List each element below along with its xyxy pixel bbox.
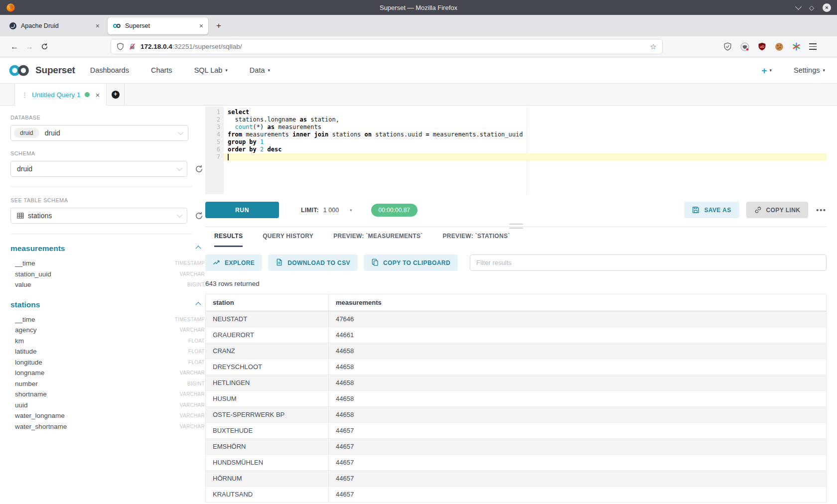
table-select[interactable]: stations (10, 208, 187, 224)
url-text[interactable]: 172.18.0.4:32251/superset/sqllab/ (140, 43, 242, 50)
chevron-up-icon[interactable] (195, 246, 201, 251)
superset-brand[interactable]: Superset (8, 64, 75, 77)
column-header-measurements[interactable]: measurements (329, 294, 826, 311)
superset-logo-icon (8, 64, 31, 77)
back-button[interactable]: ← (7, 39, 22, 54)
cookie-extension-icon[interactable] (775, 42, 784, 51)
cell-station: HUNDSMÜHLEN (206, 455, 329, 470)
forward-button[interactable]: → (22, 39, 37, 54)
nav-item-dashboards[interactable]: Dashboards (90, 66, 129, 74)
code-line[interactable]: group by 1 (224, 138, 827, 146)
filter-results-input[interactable] (470, 254, 827, 271)
explore-button[interactable]: EXPLORE (205, 254, 262, 271)
refresh-schema-button[interactable] (193, 163, 204, 174)
menu-hamburger-icon[interactable] (809, 43, 817, 49)
code-line[interactable]: count(*) as measurements (224, 124, 827, 131)
nav-item-label: Data (250, 66, 265, 74)
window-titlebar: Superset — Mozilla Firefox ◇ × (0, 0, 837, 15)
browser-tab-label: Superset (125, 22, 150, 29)
result-actions: EXPLOREDOWNLOAD TO CSVCOPY TO CLIPBOARD (205, 254, 827, 271)
editor-gutter: 1234567 (205, 107, 224, 194)
schema-section-header-measurements[interactable]: measurements (10, 244, 204, 253)
result-tab-preview-measurements[interactable]: PREVIEW: `MEASUREMENTS` (333, 233, 422, 247)
column-type: VARCHAR (180, 391, 205, 397)
pane-splitter[interactable] (205, 227, 827, 227)
url-bar[interactable]: 172.18.0.4:32251/superset/sqllab/ ☆ (111, 39, 663, 54)
result-tab-query-history[interactable]: QUERY HISTORY (263, 233, 313, 247)
column-type: FLOAT (188, 349, 205, 354)
browser-tab-superset[interactable]: Superset × (108, 17, 208, 34)
reload-button[interactable] (37, 39, 52, 54)
insecure-lock-icon[interactable] (129, 43, 136, 50)
column-name: water_shortname (15, 423, 67, 430)
splitter-drag-handle-icon[interactable] (509, 224, 523, 229)
more-options-icon[interactable]: ••• (816, 206, 827, 214)
table-row: HETLINGEN44658 (206, 375, 826, 391)
nav-item-data[interactable]: Data▾ (250, 66, 270, 74)
editor-code[interactable]: select stations.longname as station, cou… (224, 109, 827, 161)
schema-column-row: agencyVARCHAR (10, 325, 208, 336)
sql-token (264, 146, 267, 153)
nav-item-charts[interactable]: Charts (151, 66, 172, 74)
copy-link-button[interactable]: COPY LINK (746, 202, 809, 218)
new-item-button[interactable]: + ▾ (761, 66, 772, 75)
superset-header: Superset DashboardsChartsSQL Lab▾Data▾ +… (0, 57, 837, 83)
column-type: VARCHAR (180, 402, 205, 408)
result-tab-results[interactable]: RESULTS (214, 233, 243, 247)
window-close-icon[interactable]: × (823, 3, 831, 12)
maximize-icon[interactable]: ◇ (809, 4, 814, 11)
query-tab-label: Untitled Query 1 (32, 91, 81, 99)
tab-close-icon[interactable]: × (96, 22, 100, 30)
add-query-tab-button[interactable]: + (107, 84, 125, 105)
gutter-line-number: 1 (205, 109, 220, 116)
drag-handle-icon[interactable]: ⋮ (21, 91, 28, 99)
new-tab-button[interactable]: + (211, 18, 226, 33)
code-line[interactable]: from measurements inner join stations on… (224, 131, 827, 138)
mask-extension-icon[interactable] (740, 42, 749, 51)
nav-item-label: Charts (151, 66, 172, 74)
run-button[interactable]: RUN (205, 202, 279, 218)
chevron-up-icon[interactable] (195, 302, 201, 307)
cell-measurements: 44658 (329, 343, 826, 359)
sql-token: measurements (242, 131, 292, 138)
refresh-table-button[interactable] (193, 210, 204, 221)
code-line[interactable]: order by 2 desc (224, 146, 827, 153)
tracking-shield-icon[interactable] (117, 43, 124, 50)
copy-to-clipboard-button[interactable]: COPY TO CLIPBOARD (364, 254, 458, 271)
browser-tab-apache-druid[interactable]: Apache Druid × (4, 17, 105, 34)
table-row: DREYSCHLOOT44658 (206, 359, 826, 375)
sqllab-content: 1234567 select stations.longname as stat… (204, 106, 837, 504)
column-type: FLOAT (188, 360, 205, 365)
limit-dropdown[interactable]: LIMIT: 1 000 ▾ (301, 207, 352, 214)
column-type: VARCHAR (180, 370, 205, 376)
table-schema-sections: measurements__timeTIMESTAMPstation_uuidV… (10, 244, 204, 432)
main-area: DATABASE druid druid SCHEMA druid SEE TA… (0, 106, 837, 504)
settings-menu[interactable]: Settings ▾ (794, 66, 825, 74)
download-to-csv-button[interactable]: DOWNLOAD TO CSV (268, 254, 358, 271)
result-tab-preview-stations[interactable]: PREVIEW: `STATIONS` (443, 233, 510, 247)
table-row: GRAUERORT44661 (206, 327, 826, 343)
sql-toolbar: RUN LIMIT: 1 000 ▾ 00:00:00.87 SAVE AS (205, 202, 827, 218)
query-tab-untitled[interactable]: ⋮ Untitled Query 1 × (14, 84, 107, 106)
save-as-button[interactable]: SAVE AS (684, 202, 739, 218)
nav-item-sql-lab[interactable]: SQL Lab▾ (194, 66, 228, 74)
cell-station: NEUSTADT (206, 311, 329, 327)
database-select[interactable]: druid druid (10, 125, 188, 141)
code-line[interactable]: select (224, 109, 827, 116)
column-header-station[interactable]: station (206, 294, 329, 311)
schema-select[interactable]: druid (10, 161, 187, 177)
schema-section-header-stations[interactable]: stations (10, 300, 204, 309)
minimize-icon[interactable] (795, 3, 802, 10)
asterisk-extension-icon[interactable] (792, 42, 801, 51)
sql-token: inner join (292, 131, 328, 138)
bookmark-star-icon[interactable]: ☆ (650, 42, 657, 51)
gutter-line-number: 4 (205, 131, 220, 138)
code-line[interactable]: stations.longname as station, (224, 116, 827, 124)
sql-editor[interactable]: 1234567 select stations.longname as stat… (205, 107, 827, 194)
database-label: DATABASE (10, 115, 204, 121)
tab-close-icon[interactable]: × (199, 22, 203, 30)
code-line[interactable] (224, 153, 827, 161)
shield-check-extension-icon[interactable] (723, 42, 732, 51)
query-tab-close-icon[interactable]: × (96, 91, 100, 99)
ublock-extension-icon[interactable]: uO (758, 42, 766, 51)
